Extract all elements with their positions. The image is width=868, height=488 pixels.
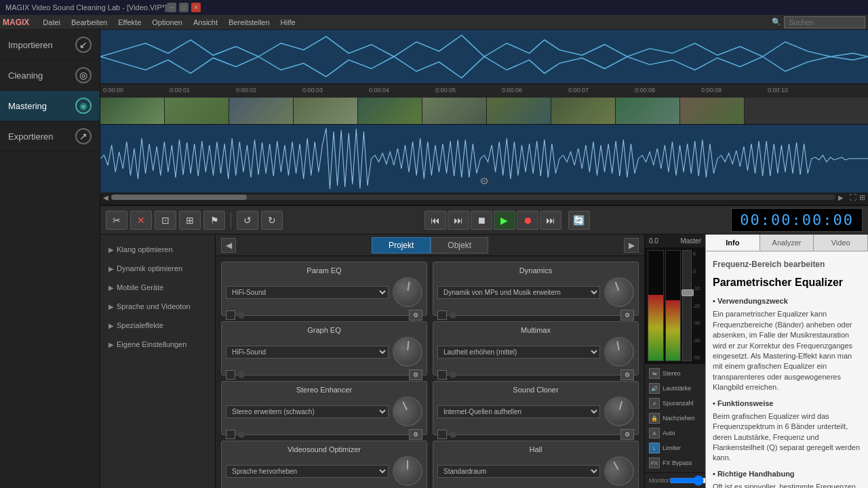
- rewind-start-button[interactable]: ⏮: [425, 211, 446, 230]
- undo-button[interactable]: ↺: [237, 211, 258, 230]
- copy-button[interactable]: ⊡: [155, 211, 176, 230]
- graph-eq-dropdown[interactable]: HiFi-Sound: [226, 346, 389, 359]
- stereo-enhancer-checkbox[interactable]: [226, 430, 235, 439]
- expand-icon[interactable]: ⛶: [849, 193, 856, 202]
- ctrl-lautstaerke: 🔊 Lautstärke: [648, 382, 703, 395]
- scroll-track[interactable]: [111, 195, 835, 200]
- vu-slider[interactable]: [682, 250, 692, 361]
- flag-button[interactable]: ⚑: [203, 211, 225, 230]
- video-thumb-1: [100, 98, 165, 125]
- video-thumb-6: [422, 98, 487, 125]
- sidebar-item-cleaning[interactable]: Cleaning ◎: [0, 60, 100, 91]
- sound-cloner-dropdown[interactable]: Internet-Quellen aufhellen: [437, 405, 600, 418]
- maximize-button[interactable]: □: [179, 3, 189, 12]
- graph-eq-checkbox[interactable]: [226, 370, 235, 380]
- rewind-button[interactable]: ⏭: [448, 211, 469, 230]
- tab-video[interactable]: Video: [814, 235, 868, 251]
- menu-ansicht[interactable]: Ansicht: [188, 17, 223, 28]
- sound-cloner-checkbox[interactable]: [437, 430, 447, 439]
- zoom-in-icon[interactable]: ⊞: [859, 193, 865, 202]
- nav-eigene[interactable]: ▶ Eigene Einstellungen: [100, 335, 215, 354]
- sidebar-item-exportieren[interactable]: Exportieren ↗: [0, 121, 100, 152]
- monitor-area: Monitor ◀: [645, 472, 705, 488]
- effects-nav-right[interactable]: ▶: [624, 238, 639, 253]
- ctrl-nachziehen: 🔒 Nachziehen: [648, 411, 703, 425]
- multimax-knob[interactable]: [602, 335, 637, 369]
- nav-arrow-eigene: ▶: [108, 341, 114, 348]
- stop-button[interactable]: ⏹: [471, 211, 492, 230]
- hall-dropdown[interactable]: Standardraum: [437, 465, 600, 478]
- param-eq-dropdown[interactable]: HiFi-Sound: [226, 286, 389, 299]
- multimax-settings[interactable]: ⚙: [620, 369, 634, 380]
- heading-handhabung: • Richtige Handhabung: [713, 469, 861, 479]
- dynamics-knob[interactable]: [600, 273, 638, 311]
- tab-info[interactable]: Info: [706, 235, 760, 251]
- center-area: 0:00:00 0:00:01 0:00:02 0:00:03 0:00:04 …: [100, 30, 868, 488]
- multimax-checkbox[interactable]: [437, 370, 447, 380]
- effect-multimax: Multimax Lautheit erhöhen (mittel): [433, 321, 639, 375]
- param-eq-checkbox[interactable]: [226, 310, 235, 320]
- param-eq-knob[interactable]: [391, 275, 425, 310]
- nav-arrow-klang: ▶: [108, 246, 114, 253]
- scroll-right-icon[interactable]: ▶: [838, 194, 844, 201]
- dynamics-dropdown[interactable]: Dynamik von MPs und Musik erweitern: [437, 286, 600, 299]
- stereo-enhancer-led: [238, 431, 245, 438]
- tab-objekt[interactable]: Objekt: [431, 237, 488, 253]
- nav-spezial[interactable]: ▶ Spezialeffekte: [100, 316, 215, 335]
- delete-button[interactable]: ✕: [130, 211, 152, 230]
- nav-arrow-mobile: ▶: [108, 284, 114, 291]
- sidebar-item-mastering[interactable]: Mastering ◉: [0, 91, 100, 121]
- ctrl-stereo: ⇆ Stereo: [648, 367, 703, 380]
- tab-projekt[interactable]: Projekt: [372, 237, 431, 253]
- tab-analyzer[interactable]: Analyzer: [760, 235, 814, 251]
- nav-dynamik[interactable]: ▶ Dynamik optimieren: [100, 259, 215, 278]
- fast-forward-button[interactable]: ⏭: [540, 211, 561, 230]
- repeat-button[interactable]: 🔄: [568, 211, 590, 230]
- vu-meter-right: [665, 250, 682, 361]
- nav-mobile[interactable]: ▶ Mobile Geräte: [100, 278, 215, 297]
- cut-tool-button[interactable]: ✂: [106, 211, 127, 230]
- menu-datei[interactable]: Datei: [37, 17, 66, 28]
- sound-cloner-knob[interactable]: [601, 393, 637, 430]
- record-button[interactable]: ⏺: [517, 211, 538, 230]
- vu-slider-handle[interactable]: [682, 289, 694, 296]
- separator-1: [231, 212, 231, 228]
- menu-bereitstellen[interactable]: Bereitstellen: [223, 17, 275, 28]
- nav-klang[interactable]: ▶ Klang optimieren: [100, 240, 215, 259]
- menu-effekte[interactable]: Effekte: [113, 17, 146, 28]
- videosound-knob[interactable]: [393, 456, 422, 486]
- menu-bearbeiten[interactable]: Bearbeiten: [66, 17, 113, 28]
- hall-knob[interactable]: [599, 451, 639, 488]
- param-eq-settings[interactable]: ⚙: [409, 310, 422, 321]
- graph-eq-settings[interactable]: ⚙: [409, 369, 422, 380]
- monitor-slider[interactable]: [669, 478, 710, 483]
- videosound-dropdown[interactable]: Sprache hervorheben: [226, 465, 389, 478]
- time-6: 0:00:06: [502, 87, 522, 94]
- stereo-enhancer-settings[interactable]: ⚙: [409, 429, 422, 440]
- scroll-left-icon[interactable]: ◀: [103, 194, 108, 201]
- search-input[interactable]: [784, 16, 865, 28]
- stereo-enhancer-knob[interactable]: [388, 392, 427, 431]
- multimax-dropdown[interactable]: Lautheit erhöhen (mittel): [437, 346, 600, 359]
- sound-cloner-settings[interactable]: ⚙: [620, 429, 634, 440]
- dynamics-settings[interactable]: ⚙: [620, 310, 634, 321]
- time-9: 0:00:09: [701, 87, 722, 94]
- play-button[interactable]: ▶: [494, 211, 515, 230]
- stereo-enhancer-dropdown[interactable]: Stereo erweitern (schwach): [226, 405, 389, 418]
- graph-eq-knob[interactable]: [391, 336, 424, 368]
- nav-sprache[interactable]: ▶ Sprache und Videoton: [100, 297, 215, 316]
- minimize-button[interactable]: ─: [167, 3, 176, 12]
- sidebar-item-importieren[interactable]: Importieren ↙: [0, 30, 100, 60]
- close-button[interactable]: ✕: [191, 3, 201, 12]
- transport-controls: ⏮ ⏭ ⏹ ▶ ⏺ ⏭ 🔄: [425, 211, 590, 230]
- menu-hilfe[interactable]: Hilfe: [275, 17, 301, 28]
- mastering-icon: ◉: [75, 98, 92, 114]
- timeline-scrollbar[interactable]: ◀ ▶ ⛶ ⊞: [100, 192, 868, 202]
- redo-button[interactable]: ↻: [261, 211, 283, 230]
- paste-button[interactable]: ⊞: [179, 211, 201, 230]
- scroll-thumb[interactable]: [111, 195, 247, 200]
- effects-nav-left[interactable]: ◀: [221, 238, 236, 253]
- menu-optionen[interactable]: Optionen: [146, 17, 188, 28]
- dynamics-checkbox[interactable]: [437, 310, 447, 320]
- time-10: 0:00:10: [768, 87, 788, 94]
